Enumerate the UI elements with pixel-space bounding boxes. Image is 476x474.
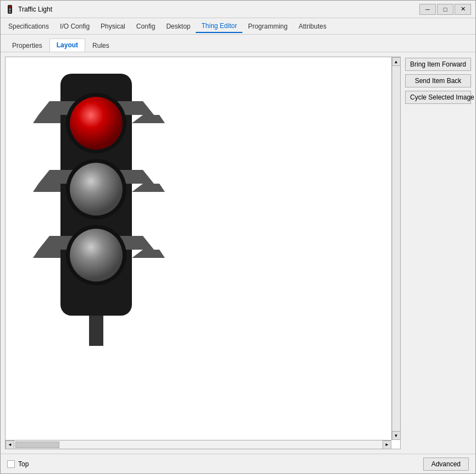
scroll-right-button[interactable]: ► [383,440,391,449]
traffic-light-image[interactable] [27,68,165,350]
sub-tabbar: Properties Layout Rules [1,35,475,52]
top-label: Top [18,460,29,468]
tab-programming[interactable]: Programming [242,20,293,32]
svg-marker-13 [132,250,165,258]
scroll-thumb-h[interactable] [15,442,59,448]
svg-point-2 [9,8,11,10]
tab-thing-editor[interactable]: Thing Editor [196,20,242,33]
svg-marker-12 [33,250,60,258]
bring-forward-button[interactable]: Bring Item Forward [405,58,471,71]
minimize-button[interactable]: ─ [419,4,436,15]
svg-point-15 [70,97,123,150]
main-menubar: Specifications I/O Config Physical Confi… [1,18,475,35]
subtab-layout[interactable]: Layout [49,38,85,52]
tab-io-config[interactable]: I/O Config [54,20,95,32]
svg-point-19 [70,229,123,282]
subtab-properties[interactable]: Properties [5,39,49,52]
svg-marker-10 [132,184,165,192]
svg-marker-7 [132,115,165,123]
horizontal-scrollbar[interactable]: ◄ ► [5,440,391,449]
scroll-down-button[interactable]: ▼ [392,431,401,440]
window-controls: ─ □ ✕ [419,4,471,15]
top-checkbox[interactable] [7,460,15,468]
vertical-scrollbar[interactable]: ▲ ▼ [391,57,400,440]
scroll-left-button[interactable]: ◄ [5,440,14,449]
send-back-button[interactable]: Send Item Back [405,74,471,87]
content-area: ▲ ▼ ◄ ► Bring Item Forward Send Item Bac… [1,52,475,454]
tab-physical[interactable]: Physical [95,20,131,32]
app-icon [5,4,15,14]
svg-point-3 [9,10,11,13]
advanced-button[interactable]: Advanced [423,458,469,471]
subtab-rules[interactable]: Rules [85,39,117,52]
titlebar: Traffic Light ─ □ ✕ [1,1,475,18]
svg-rect-20 [89,316,103,346]
cycle-image-button[interactable]: Cycle Selected Image [405,91,471,104]
sidebar-panel: Bring Item Forward Send Item Back Cycle … [405,57,471,449]
svg-point-17 [70,163,123,216]
tab-specifications[interactable]: Specifications [3,20,54,32]
footer-left: Top [7,460,29,468]
tab-attributes[interactable]: Attributes [293,20,332,32]
tab-config[interactable]: Config [131,20,161,32]
tab-desktop[interactable]: Desktop [160,20,196,32]
svg-point-1 [9,5,11,8]
svg-marker-9 [33,184,60,192]
main-window: Traffic Light ─ □ ✕ Specifications I/O C… [0,0,476,474]
scroll-track-v[interactable] [392,66,400,431]
scroll-up-button[interactable]: ▲ [392,57,401,66]
window-title: Traffic Light [18,5,419,13]
layout-canvas[interactable]: ▲ ▼ ◄ ► [5,57,401,449]
footer-bar: Top Advanced [1,454,475,473]
svg-marker-6 [33,115,60,123]
close-button[interactable]: ✕ [455,4,471,15]
maximize-button[interactable]: □ [437,4,453,15]
